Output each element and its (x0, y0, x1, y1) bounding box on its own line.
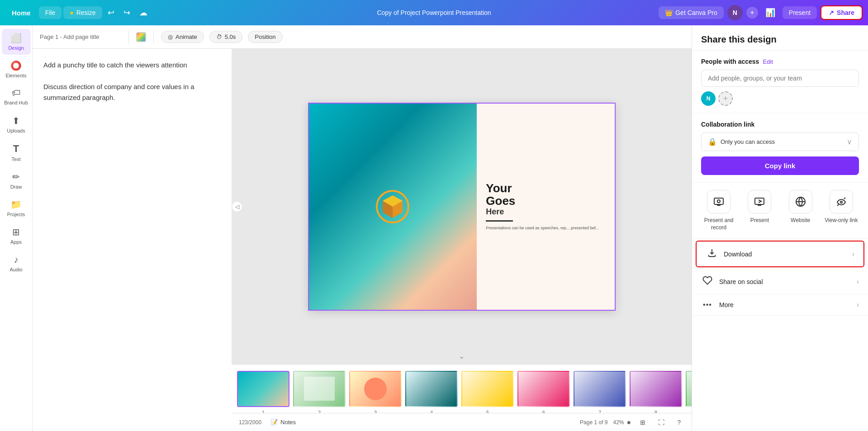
copy-link-button[interactable]: Copy link (701, 156, 859, 175)
thumbnail-6[interactable] (517, 371, 570, 407)
file-button[interactable]: File (39, 6, 62, 19)
notes-text-2: Discuss direction of company and core va… (43, 81, 221, 103)
help-button[interactable]: ? (674, 417, 684, 428)
clock-icon: ⏱ (216, 33, 222, 40)
share-option-website[interactable]: Website (783, 190, 818, 231)
thumbnail-5[interactable] (461, 371, 514, 407)
analytics-button[interactable]: 📊 (762, 6, 779, 19)
download-action-row[interactable]: Download › (696, 241, 864, 267)
thumbnail-8[interactable] (630, 371, 682, 407)
sidebar-item-draw[interactable]: ✏ Draw (2, 168, 31, 194)
slide-title: Your Goes Here (486, 182, 605, 217)
brand-hub-icon: 🏷 (12, 88, 21, 98)
slide-content: Your Goes Here Presentations can be used… (309, 104, 615, 310)
people-section: People with access Edit N + (692, 51, 868, 114)
sidebar-item-apps[interactable]: ⊞ Apps (2, 223, 31, 249)
present-label: Present (750, 217, 769, 224)
duration-button[interactable]: ⏱ 5.0s (209, 31, 243, 43)
thumb-wrapper-1: 1 (237, 371, 289, 407)
slide-viewport[interactable]: ◁ (232, 49, 692, 364)
thumb-wrapper-4: 4 (405, 371, 458, 407)
thumbnail-3[interactable] (349, 371, 402, 407)
thumb-wrapper-6: 6 (517, 371, 570, 407)
thumbnail-9[interactable] (686, 371, 692, 407)
share-social-label: Share on social (719, 278, 851, 285)
collab-section-label: Collaboration link (701, 121, 859, 128)
sidebar-item-audio[interactable]: ♪ Audio (2, 251, 31, 276)
draw-label: Draw (10, 184, 22, 190)
animate-button[interactable]: ◎ Animate (161, 31, 204, 43)
thumbnail-2[interactable] (293, 371, 346, 407)
color-picker[interactable] (136, 32, 146, 42)
home-button[interactable]: Home (5, 6, 37, 19)
brand-hub-label: Brand Hub (4, 100, 28, 106)
notes-text-1: Add a punchy title to catch the viewers … (43, 60, 221, 71)
notes-icon: 📝 (270, 419, 278, 426)
redo-button[interactable]: ↪ (120, 6, 134, 19)
thumb-num-1: 1 (262, 410, 265, 413)
document-title: Copy of Project Powerpoint Presentation (377, 9, 491, 16)
share-button[interactable]: ↗ Share (821, 5, 863, 20)
cloud-save-button[interactable]: ☁ (136, 6, 151, 19)
thumb-num-2: 2 (318, 410, 321, 413)
toolbar: Page 1 - Add page title ◎ Animate ⏱ 5.0s… (33, 25, 692, 49)
website-icon (789, 190, 812, 213)
get-canva-pro-button[interactable]: 👑 Get Canva Pro (659, 6, 724, 19)
notes-button[interactable]: 📝 Notes (267, 417, 299, 427)
thumb-wrapper-8: 8 (630, 371, 682, 407)
share-option-present[interactable]: Present (742, 190, 777, 231)
sidebar-item-uploads[interactable]: ⬆ Uploads (2, 112, 31, 137)
thumb-num-4: 4 (430, 410, 433, 413)
svg-point-6 (717, 200, 720, 203)
share-option-view-only[interactable]: View-only link (824, 190, 859, 231)
add-collaborator-button[interactable]: + (746, 7, 758, 19)
page-info: Page 1 of 9 (580, 419, 607, 426)
audio-label: Audio (9, 267, 22, 273)
sidebar-item-brand-hub[interactable]: 🏷 Brand Hub (2, 84, 31, 109)
sidebar-item-projects[interactable]: 📁 Projects (2, 195, 31, 221)
people-input[interactable] (701, 70, 859, 87)
scroll-indicator[interactable]: ⌄ (459, 352, 465, 360)
thumbnail-7[interactable] (574, 371, 626, 407)
present-button[interactable]: Present (783, 6, 817, 19)
crown-icon: 👑 (665, 9, 673, 16)
top-bar-left: Home File ● Resize ↩ ↪ ☁ (5, 6, 151, 19)
sidebar-item-elements[interactable]: ⭕ Elements (2, 57, 31, 82)
position-button[interactable]: Position (248, 31, 282, 43)
thumb-num-5: 5 (486, 410, 489, 413)
collab-link-dropdown[interactable]: 🔒 Only you can access ∨ (701, 133, 859, 151)
slide-canvas-area: Add a punchy title to catch the viewers … (33, 49, 692, 431)
resize-button[interactable]: ● Resize (63, 6, 102, 19)
present-record-icon (707, 190, 730, 213)
share-social-chevron-icon: › (857, 278, 859, 286)
slide-text-area: Your Goes Here Presentations can be used… (477, 104, 614, 310)
design-label: Design (8, 45, 24, 51)
sidebar-item-text[interactable]: T Text (2, 139, 31, 166)
page-title[interactable]: Page 1 - Add page title (40, 33, 121, 40)
canvas-area: Page 1 - Add page title ◎ Animate ⏱ 5.0s… (33, 25, 692, 431)
zoom-slider[interactable]: ● (627, 418, 631, 426)
thumbnail-4[interactable] (405, 371, 458, 407)
present-record-label: Present and record (701, 217, 736, 231)
share-social-action-row[interactable]: Share on social › (692, 269, 868, 294)
fullscreen-button[interactable]: ⛶ (655, 417, 668, 428)
resize-icon: ● (70, 9, 73, 16)
more-label: More (719, 301, 851, 308)
slide-frame[interactable]: Your Goes Here Presentations can be used… (308, 103, 616, 311)
thumbnail-1[interactable] (237, 371, 289, 407)
add-person-button[interactable]: + (718, 91, 733, 106)
edit-link[interactable]: Edit (763, 58, 773, 65)
collapse-notes-button[interactable]: ◁ (232, 201, 242, 212)
slide-divider (486, 220, 513, 222)
share-option-present-record[interactable]: Present and record (701, 190, 736, 231)
more-action-row[interactable]: ••• More › (692, 294, 868, 316)
sidebar: ⬜ Design ⭕ Elements 🏷 Brand Hub ⬆ Upload… (0, 25, 33, 431)
thumb-num-6: 6 (542, 410, 545, 413)
view-only-label: View-only link (825, 217, 858, 224)
website-label: Website (791, 217, 810, 224)
toolbar-divider-1 (128, 31, 129, 43)
grid-view-button[interactable]: ⊞ (636, 417, 649, 428)
undo-button[interactable]: ↩ (104, 6, 118, 19)
sidebar-item-design[interactable]: ⬜ Design (2, 29, 31, 55)
svg-rect-5 (714, 198, 723, 204)
